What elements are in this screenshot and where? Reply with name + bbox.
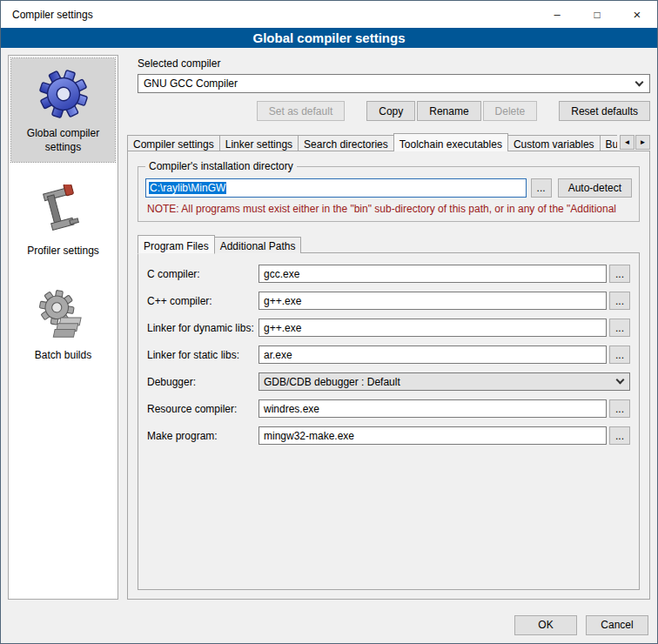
- selected-compiler-label: Selected compiler: [138, 57, 650, 70]
- profiler-clamp-icon: [37, 184, 91, 238]
- cpp-compiler-label: C++ compiler:: [147, 295, 258, 307]
- tab-scroll-right-icon[interactable]: ►: [635, 135, 650, 150]
- c-compiler-input[interactable]: gcc.exe: [258, 265, 607, 283]
- tab-search-directories[interactable]: Search directories: [298, 135, 394, 151]
- cpp-compiler-browse-button[interactable]: ...: [609, 292, 630, 310]
- cpp-compiler-value: g++.exe: [264, 295, 301, 307]
- settings-tab-bar: Compiler settings Linker settings Search…: [127, 132, 650, 151]
- linker-static-label: Linker for static libs:: [147, 349, 258, 361]
- c-compiler-value: gcc.exe: [264, 268, 299, 280]
- chevron-down-icon: [635, 77, 644, 86]
- reset-defaults-button[interactable]: Reset defaults: [559, 101, 650, 121]
- tab-compiler-settings[interactable]: Compiler settings: [127, 135, 220, 151]
- close-button[interactable]: ×: [617, 1, 657, 28]
- compiler-select-value: GNU GCC Compiler: [144, 77, 636, 90]
- main-panel: Selected compiler GNU GCC Compiler Set a…: [127, 55, 650, 600]
- sidebar-item-label: Batch builds: [13, 349, 113, 363]
- resource-compiler-browse-button[interactable]: ...: [609, 399, 630, 418]
- field-row-resource-compiler: Resource compiler: windres.exe ...: [147, 399, 630, 418]
- debugger-label: Debugger:: [147, 376, 258, 388]
- settings-sidebar: Global compiler settings Profiler settin…: [8, 55, 118, 600]
- resource-compiler-label: Resource compiler:: [147, 403, 258, 415]
- debugger-select[interactable]: GDB/CDB debugger : Default: [258, 372, 630, 391]
- program-files-tab-bar: Program Files Additional Paths: [138, 235, 640, 253]
- c-compiler-browse-button[interactable]: ...: [609, 265, 630, 283]
- programs-location-note: NOTE: All programs must exist either in …: [147, 203, 632, 215]
- compiler-select[interactable]: GNU GCC Compiler: [138, 74, 650, 93]
- tab-linker-settings[interactable]: Linker settings: [219, 135, 299, 151]
- sidebar-item-label: Global compiler settings: [13, 127, 113, 154]
- field-row-make-program: Make program: mingw32-make.exe ...: [147, 426, 630, 445]
- install-dir-input[interactable]: C:\raylib\MinGW: [145, 178, 527, 198]
- make-program-browse-button[interactable]: ...: [609, 426, 630, 445]
- compiler-settings-window: Compiler settings – □ × Global compiler …: [0, 0, 658, 644]
- tab-toolchain-executables[interactable]: Toolchain executables: [393, 133, 508, 151]
- title-bar: Compiler settings – □ ×: [1, 1, 657, 28]
- field-row-linker-dynamic: Linker for dynamic libs: g++.exe ...: [147, 319, 630, 337]
- copy-button[interactable]: Copy: [366, 101, 415, 121]
- linker-static-browse-button[interactable]: ...: [609, 345, 630, 364]
- toolchain-executables-panel: Compiler's installation directory C:\ray…: [127, 151, 650, 600]
- tab-scroll-buttons: ◄ ►: [620, 135, 650, 150]
- subtab-additional-paths[interactable]: Additional Paths: [214, 237, 302, 253]
- delete-button[interactable]: Delete: [483, 101, 538, 121]
- linker-static-value: ar.exe: [264, 349, 292, 361]
- make-program-value: mingw32-make.exe: [264, 430, 354, 442]
- compiler-actions: Set as default Copy Rename Delete Reset …: [138, 101, 650, 121]
- field-row-cpp-compiler: C++ compiler: g++.exe ...: [147, 292, 630, 310]
- window-title: Compiler settings: [1, 9, 537, 21]
- make-program-label: Make program:: [147, 430, 258, 442]
- cancel-button[interactable]: Cancel: [586, 615, 648, 635]
- make-program-input[interactable]: mingw32-make.exe: [258, 426, 607, 445]
- resource-compiler-input[interactable]: windres.exe: [258, 399, 607, 418]
- rename-button[interactable]: Rename: [417, 101, 480, 121]
- sidebar-item-global-compiler-settings[interactable]: Global compiler settings: [11, 58, 115, 162]
- field-row-linker-static: Linker for static libs: ar.exe ...: [147, 345, 630, 364]
- linker-dynamic-value: g++.exe: [264, 322, 301, 334]
- installation-directory-row: C:\raylib\MinGW ... Auto-detect: [145, 178, 632, 198]
- debugger-select-value: GDB/CDB debugger : Default: [264, 376, 617, 388]
- cpp-compiler-input[interactable]: g++.exe: [258, 292, 607, 310]
- dialog-body: Global compiler settings Profiler settin…: [1, 48, 657, 607]
- linker-static-input[interactable]: ar.exe: [258, 345, 607, 364]
- installation-directory-label: Compiler's installation directory: [145, 160, 297, 172]
- gray-gear-stack-icon: [37, 289, 91, 343]
- chevron-down-icon: [616, 376, 625, 385]
- c-compiler-label: C compiler:: [147, 268, 258, 280]
- resource-compiler-value: windres.exe: [264, 403, 319, 415]
- tab-scroll-left-icon[interactable]: ◄: [620, 135, 634, 150]
- install-dir-selected-text: C:\raylib\MinGW: [149, 182, 226, 194]
- maximize-button[interactable]: □: [577, 1, 617, 28]
- blue-gear-icon: [37, 67, 91, 121]
- dialog-footer: OK Cancel: [1, 607, 657, 643]
- field-row-c-compiler: C compiler: gcc.exe ...: [147, 265, 630, 283]
- tab-custom-variables[interactable]: Custom variables: [507, 135, 601, 151]
- sidebar-item-profiler-settings[interactable]: Profiler settings: [11, 176, 115, 266]
- install-dir-browse-button[interactable]: ...: [531, 178, 552, 198]
- minimize-button[interactable]: –: [537, 1, 577, 28]
- linker-dynamic-input[interactable]: g++.exe: [258, 319, 607, 337]
- program-files-panel: C compiler: gcc.exe ... C++ compiler: g+…: [138, 252, 640, 590]
- dialog-header: Global compiler settings: [1, 28, 657, 48]
- linker-dynamic-browse-button[interactable]: ...: [609, 319, 630, 337]
- sidebar-item-batch-builds[interactable]: Batch builds: [11, 280, 115, 371]
- installation-directory-group: Compiler's installation directory C:\ray…: [138, 166, 640, 222]
- linker-dynamic-label: Linker for dynamic libs:: [147, 322, 258, 334]
- subtab-program-files[interactable]: Program Files: [138, 235, 215, 254]
- auto-detect-button[interactable]: Auto-detect: [558, 178, 632, 198]
- field-row-debugger: Debugger: GDB/CDB debugger : Default: [147, 372, 630, 391]
- ok-button[interactable]: OK: [514, 615, 577, 635]
- sidebar-item-label: Profiler settings: [13, 245, 113, 258]
- tab-build-options-truncated[interactable]: Build: [600, 135, 617, 151]
- set-as-default-button[interactable]: Set as default: [257, 101, 345, 121]
